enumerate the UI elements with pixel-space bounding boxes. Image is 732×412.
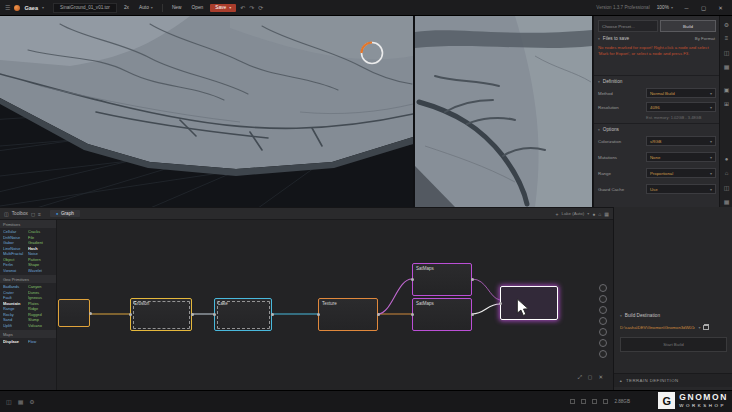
gear-icon[interactable]: ⚙: [720, 21, 732, 28]
colorization-dropdown[interactable]: sRGB ▾: [646, 136, 716, 146]
document-tab[interactable]: SinaiGround_01_v01.tor: [53, 3, 117, 13]
toolbox-item[interactable]: Uplift: [3, 323, 28, 329]
method-dropdown[interactable]: Normal Build ▾: [646, 88, 716, 98]
gear-icon[interactable]: ⚙: [29, 398, 34, 405]
node-output-port[interactable]: [191, 313, 194, 316]
new-button[interactable]: New: [169, 4, 185, 11]
graph-tool-icon[interactable]: [599, 295, 607, 303]
graph-tool-icon[interactable]: [599, 284, 607, 292]
node-input-port[interactable]: [317, 313, 320, 316]
node-output-port[interactable]: [471, 278, 474, 281]
minimize-button[interactable]: ─: [680, 5, 693, 11]
fit-view-icon[interactable]: ⤢: [577, 374, 581, 381]
node-input-port[interactable]: [213, 313, 216, 316]
layers-icon[interactable]: ◫: [720, 184, 732, 191]
preset-dropdown[interactable]: Choose Preset...: [598, 20, 658, 32]
redo-icon[interactable]: ↷: [249, 5, 254, 11]
node-texture[interactable]: Texture: [318, 298, 378, 331]
undo-icon[interactable]: ↶: [240, 5, 245, 11]
node-output-port[interactable]: [271, 313, 274, 316]
node-input-port[interactable]: [411, 313, 414, 316]
pin-icon[interactable]: ◻: [31, 211, 35, 217]
toolbox-item[interactable]: Wavelet: [28, 268, 53, 274]
build-button[interactable]: Build: [660, 20, 716, 32]
files-to-save-header[interactable]: ▾ Files to save: [598, 36, 629, 41]
node-partial[interactable]: [58, 299, 90, 327]
add-node-icon[interactable]: +: [556, 211, 559, 217]
viewport-3d-secondary[interactable]: [415, 16, 592, 207]
node-output-port[interactable]: [377, 313, 380, 316]
graph-tool-icon[interactable]: [599, 306, 607, 314]
panel-icon[interactable]: ◫: [720, 49, 732, 56]
node-graph-canvas[interactable]: Erosion Lake Texture SatMaps SatMaps: [57, 220, 613, 390]
graph-tool-icon[interactable]: [599, 339, 607, 347]
toolbox-icon[interactable]: ◫: [4, 211, 9, 217]
sliders-icon[interactable]: ≡: [720, 35, 732, 41]
grid-icon[interactable]: ▦: [18, 398, 24, 405]
node-input-port[interactable]: [129, 313, 132, 316]
graph-tool-icon[interactable]: [599, 350, 607, 358]
save-button[interactable]: Save ▾: [210, 4, 236, 12]
category-maps[interactable]: Maps: [0, 330, 56, 338]
by-format-label[interactable]: By Format: [695, 36, 715, 41]
history-icon[interactable]: ⟳: [258, 5, 263, 11]
toolbox-item[interactable]: Flow: [28, 339, 53, 345]
definition-header[interactable]: ▾ Definition: [598, 79, 622, 84]
toolbox-item[interactable]: Voronoi: [3, 268, 28, 274]
app-menu-chevron-icon[interactable]: ▾: [42, 5, 44, 10]
node-erosion[interactable]: Erosion: [130, 298, 192, 331]
toolbox-tab[interactable]: Toolbox: [12, 211, 28, 216]
layout-icon[interactable]: ▦: [720, 198, 732, 205]
auto-build-button[interactable]: Auto ▾: [136, 4, 156, 11]
build-destination-path[interactable]: D:\sasha\DEV\Gnomon\Gnomon3dW01r ▾: [620, 325, 728, 330]
node-input-port[interactable]: [499, 302, 502, 305]
resolution-toggle-button[interactable]: 2x: [121, 4, 132, 11]
range-dropdown[interactable]: Proportional ▾: [646, 168, 716, 178]
category-geo-primitives[interactable]: Geo Primitives: [0, 275, 56, 283]
options-header[interactable]: ▾ Options: [598, 127, 619, 132]
list-icon[interactable]: ≡: [38, 211, 41, 217]
clear-selection-icon[interactable]: ✕: [598, 374, 603, 381]
folder-icon[interactable]: [703, 325, 709, 330]
maximize-button[interactable]: ▢: [697, 5, 710, 11]
graph-tool-icon[interactable]: [599, 317, 607, 325]
resolution-dropdown[interactable]: 4096 ▾: [646, 102, 716, 112]
start-build-button[interactable]: Start Build: [620, 337, 727, 352]
category-primitives[interactable]: Primitives: [0, 220, 56, 228]
home-icon[interactable]: ⌂: [598, 211, 601, 217]
mutations-dropdown[interactable]: None ▾: [646, 152, 716, 162]
status-slot-icon[interactable]: [570, 399, 575, 404]
home-icon[interactable]: ⌂: [720, 170, 732, 176]
node-output-port[interactable]: [89, 312, 92, 315]
status-slot-icon[interactable]: [603, 399, 608, 404]
zoom-level-button[interactable]: 100% ▾: [654, 4, 676, 11]
node-input-port[interactable]: [411, 278, 414, 281]
table-icon[interactable]: ⊞: [720, 100, 732, 107]
tab-graph[interactable]: ● Graph: [50, 210, 80, 217]
graph-zoom-status[interactable]: Lake (Auto): [561, 211, 584, 216]
capture-icon[interactable]: ◫: [6, 398, 12, 405]
open-button[interactable]: Open: [188, 4, 206, 11]
terrain-definition-bar[interactable]: ▲ TERRAIN DEFINITION: [614, 373, 732, 387]
grid-icon[interactable]: ▦: [720, 63, 732, 70]
toolbox-item[interactable]: Volcano: [28, 323, 53, 329]
grid-icon[interactable]: ▦: [604, 211, 609, 217]
node-output-port[interactable]: [471, 313, 474, 316]
node-satmaps-top[interactable]: SatMaps: [412, 263, 472, 296]
app-name[interactable]: Gaea: [24, 5, 38, 11]
focus-icon[interactable]: ●: [592, 211, 595, 217]
status-slot-icon[interactable]: [592, 399, 597, 404]
frame-selection-icon[interactable]: ◻: [588, 374, 593, 381]
status-slot-icon[interactable]: [581, 399, 586, 404]
viewport-3d-main[interactable]: [0, 16, 413, 207]
graph-tool-icon[interactable]: [599, 328, 607, 336]
camera-icon[interactable]: ●: [720, 156, 732, 162]
node-satmaps-bottom[interactable]: SatMaps: [412, 298, 472, 331]
square-icon[interactable]: ▣: [720, 86, 732, 93]
build-destination-header[interactable]: ▾ Build Destination: [620, 313, 660, 318]
toolbox-item[interactable]: Displace: [3, 339, 28, 345]
node-lake[interactable]: Lake: [214, 298, 272, 331]
close-button[interactable]: ✕: [714, 5, 727, 11]
guard-cache-dropdown[interactable]: Use ▾: [646, 184, 716, 194]
menu-icon[interactable]: ☰: [5, 5, 10, 11]
